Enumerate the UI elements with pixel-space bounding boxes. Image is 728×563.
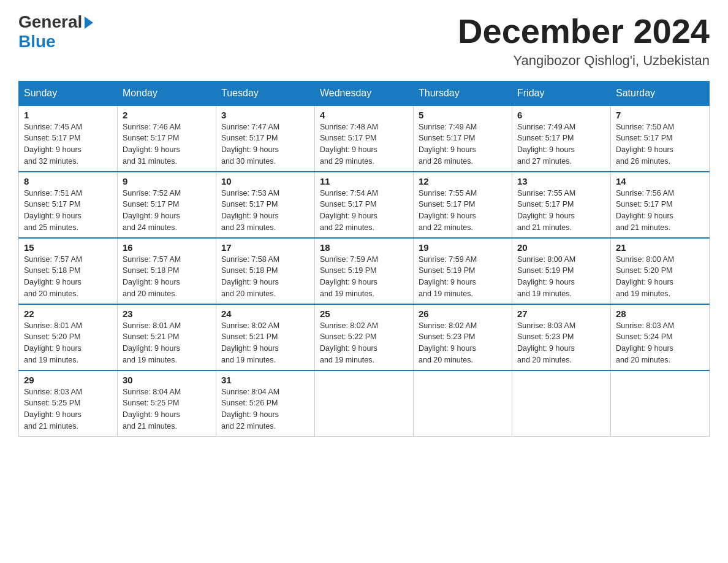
header-wednesday: Wednesday [315,81,414,105]
day-number: 14 [616,176,704,186]
calendar-week-row: 15 Sunrise: 7:57 AMSunset: 5:18 PMDaylig… [19,238,710,304]
calendar-table: Sunday Monday Tuesday Wednesday Thursday… [18,81,710,437]
day-info: Sunrise: 7:55 AMSunset: 5:17 PMDaylight:… [419,189,477,232]
table-row: 12 Sunrise: 7:55 AMSunset: 5:17 PMDaylig… [414,172,512,238]
day-number: 7 [616,110,704,120]
day-number: 25 [320,308,408,319]
table-row: 19 Sunrise: 7:59 AMSunset: 5:19 PMDaylig… [414,238,512,304]
day-number: 29 [24,375,112,385]
table-row: 14 Sunrise: 7:56 AMSunset: 5:17 PMDaylig… [611,172,710,238]
day-number: 10 [221,176,309,186]
day-info: Sunrise: 8:00 AMSunset: 5:19 PMDaylight:… [517,255,575,298]
day-number: 19 [419,242,507,253]
table-row: 15 Sunrise: 7:57 AMSunset: 5:18 PMDaylig… [19,238,118,304]
table-row [414,370,512,437]
day-number: 28 [616,308,704,319]
table-row: 26 Sunrise: 8:02 AMSunset: 5:23 PMDaylig… [414,304,512,370]
calendar-week-row: 8 Sunrise: 7:51 AMSunset: 5:17 PMDayligh… [19,172,710,238]
day-info: Sunrise: 8:03 AMSunset: 5:23 PMDaylight:… [517,321,575,364]
calendar-week-row: 22 Sunrise: 8:01 AMSunset: 5:20 PMDaylig… [19,304,710,370]
day-number: 2 [123,110,211,120]
day-number: 6 [517,110,605,120]
day-number: 16 [123,242,211,253]
table-row: 10 Sunrise: 7:53 AMSunset: 5:17 PMDaylig… [216,172,315,238]
day-number: 17 [221,242,309,253]
table-row: 5 Sunrise: 7:49 AMSunset: 5:17 PMDayligh… [414,105,512,172]
table-row: 17 Sunrise: 7:58 AMSunset: 5:18 PMDaylig… [216,238,315,304]
table-row: 23 Sunrise: 8:01 AMSunset: 5:21 PMDaylig… [118,304,216,370]
logo-blue-text: Blue [18,32,56,52]
day-info: Sunrise: 7:49 AMSunset: 5:17 PMDaylight:… [419,123,477,166]
day-number: 18 [320,242,408,253]
calendar-week-row: 1 Sunrise: 7:45 AMSunset: 5:17 PMDayligh… [19,105,710,172]
day-info: Sunrise: 7:59 AMSunset: 5:19 PMDaylight:… [419,255,477,298]
day-info: Sunrise: 8:04 AMSunset: 5:25 PMDaylight:… [123,388,181,431]
calendar-header-row: Sunday Monday Tuesday Wednesday Thursday… [19,81,710,105]
table-row: 7 Sunrise: 7:50 AMSunset: 5:17 PMDayligh… [611,105,710,172]
location-text: Yangibozor Qishlog'i, Uzbekistan [458,53,710,69]
day-number: 15 [24,242,112,253]
day-number: 8 [24,176,112,186]
day-number: 22 [24,308,112,319]
table-row: 25 Sunrise: 8:02 AMSunset: 5:22 PMDaylig… [315,304,414,370]
logo: General Blue [18,12,93,52]
day-number: 20 [517,242,605,253]
day-info: Sunrise: 8:03 AMSunset: 5:24 PMDaylight:… [616,321,674,364]
table-row: 11 Sunrise: 7:54 AMSunset: 5:17 PMDaylig… [315,172,414,238]
day-info: Sunrise: 8:00 AMSunset: 5:20 PMDaylight:… [616,255,674,298]
day-info: Sunrise: 7:45 AMSunset: 5:17 PMDaylight:… [24,123,82,166]
table-row: 20 Sunrise: 8:00 AMSunset: 5:19 PMDaylig… [512,238,611,304]
header-monday: Monday [118,81,216,105]
day-number: 27 [517,308,605,319]
table-row: 22 Sunrise: 8:01 AMSunset: 5:20 PMDaylig… [19,304,118,370]
day-info: Sunrise: 7:49 AMSunset: 5:17 PMDaylight:… [517,123,575,166]
day-number: 4 [320,110,408,120]
day-info: Sunrise: 7:46 AMSunset: 5:17 PMDaylight:… [123,123,181,166]
day-info: Sunrise: 7:55 AMSunset: 5:17 PMDaylight:… [517,189,575,232]
day-info: Sunrise: 8:02 AMSunset: 5:22 PMDaylight:… [320,321,378,364]
day-info: Sunrise: 7:51 AMSunset: 5:17 PMDaylight:… [24,189,82,232]
logo-general-text: General [18,12,82,32]
day-info: Sunrise: 7:57 AMSunset: 5:18 PMDaylight:… [24,255,82,298]
day-info: Sunrise: 7:53 AMSunset: 5:17 PMDaylight:… [221,189,279,232]
table-row: 21 Sunrise: 8:00 AMSunset: 5:20 PMDaylig… [611,238,710,304]
table-row: 29 Sunrise: 8:03 AMSunset: 5:25 PMDaylig… [19,370,118,437]
header-thursday: Thursday [414,81,512,105]
day-info: Sunrise: 7:56 AMSunset: 5:17 PMDaylight:… [616,189,674,232]
table-row: 2 Sunrise: 7:46 AMSunset: 5:17 PMDayligh… [118,105,216,172]
table-row [611,370,710,437]
day-number: 24 [221,308,309,319]
day-number: 26 [419,308,507,319]
table-row: 30 Sunrise: 8:04 AMSunset: 5:25 PMDaylig… [118,370,216,437]
day-number: 1 [24,110,112,120]
table-row: 28 Sunrise: 8:03 AMSunset: 5:24 PMDaylig… [611,304,710,370]
header-sunday: Sunday [19,81,118,105]
table-row [512,370,611,437]
header-friday: Friday [512,81,611,105]
table-row: 18 Sunrise: 7:59 AMSunset: 5:19 PMDaylig… [315,238,414,304]
header-tuesday: Tuesday [216,81,315,105]
table-row: 16 Sunrise: 7:57 AMSunset: 5:18 PMDaylig… [118,238,216,304]
day-number: 3 [221,110,309,120]
day-info: Sunrise: 7:59 AMSunset: 5:19 PMDaylight:… [320,255,378,298]
day-number: 23 [123,308,211,319]
day-number: 21 [616,242,704,253]
day-info: Sunrise: 7:58 AMSunset: 5:18 PMDaylight:… [221,255,279,298]
logo-arrow-icon [85,17,93,29]
table-row: 13 Sunrise: 7:55 AMSunset: 5:17 PMDaylig… [512,172,611,238]
day-info: Sunrise: 8:03 AMSunset: 5:25 PMDaylight:… [24,388,82,431]
table-row: 1 Sunrise: 7:45 AMSunset: 5:17 PMDayligh… [19,105,118,172]
page-header: General Blue December 2024 Yangibozor Qi… [18,12,710,69]
day-info: Sunrise: 7:54 AMSunset: 5:17 PMDaylight:… [320,189,378,232]
calendar-week-row: 29 Sunrise: 8:03 AMSunset: 5:25 PMDaylig… [19,370,710,437]
table-row: 24 Sunrise: 8:02 AMSunset: 5:21 PMDaylig… [216,304,315,370]
month-title: December 2024 [458,12,710,50]
table-row: 4 Sunrise: 7:48 AMSunset: 5:17 PMDayligh… [315,105,414,172]
day-number: 13 [517,176,605,186]
table-row [315,370,414,437]
table-row: 3 Sunrise: 7:47 AMSunset: 5:17 PMDayligh… [216,105,315,172]
table-row: 6 Sunrise: 7:49 AMSunset: 5:17 PMDayligh… [512,105,611,172]
day-info: Sunrise: 8:04 AMSunset: 5:26 PMDaylight:… [221,388,279,431]
day-info: Sunrise: 8:02 AMSunset: 5:21 PMDaylight:… [221,321,279,364]
table-row: 31 Sunrise: 8:04 AMSunset: 5:26 PMDaylig… [216,370,315,437]
